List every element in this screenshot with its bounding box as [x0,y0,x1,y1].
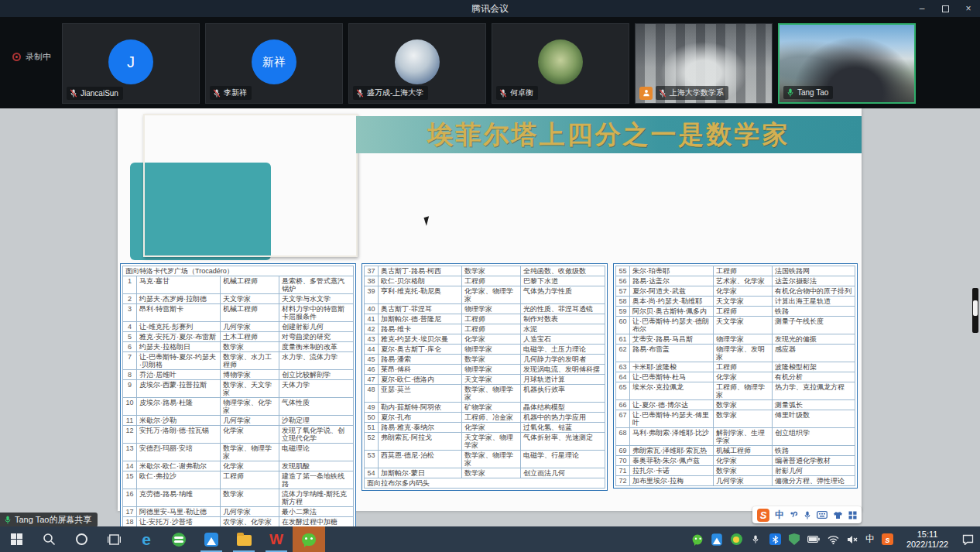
cell-name: 约瑟夫·拉格朗日 [137,342,221,352]
restore-button[interactable] [934,0,957,17]
toolbox-icon[interactable] [848,511,857,519]
task-view-button[interactable] [98,526,130,552]
cortana-icon [76,533,87,545]
cortana-button[interactable] [65,526,98,552]
cell-name: 让·巴蒂斯特·约瑟夫·傅里叶 [630,410,714,428]
participant-tile[interactable]: 新祥李新祥 [205,23,343,104]
participant-name: JiancaiSun [81,89,118,98]
tray-coin-icon[interactable] [730,533,742,546]
cell-contrib: 铁路 [773,307,855,317]
cell-prof: 化学家 [462,423,521,433]
search-button[interactable] [33,526,65,552]
voice-input-icon[interactable] [804,510,811,520]
keyboard-icon[interactable] [817,511,828,519]
skin-icon[interactable] [833,511,843,519]
taskbar-edge[interactable]: e [130,526,163,552]
start-button[interactable] [0,526,33,552]
taskbar-file-explorer[interactable] [228,526,260,552]
window-titlebar: 腾讯会议 – × [0,0,980,17]
minimize-button[interactable]: – [910,0,934,17]
participant-name: Tang Tao [797,88,828,97]
cell-contrib: 沙勒定理 [279,416,354,426]
mic-active-icon [786,87,794,98]
shared-screen: 埃菲尔塔上四分之一是数学家 面向特洛卡代罗广场（Trocadéro）1马克·塞甘… [0,108,980,526]
system-tray: 中 s 15:11 2022/11/22 [691,526,980,552]
wifi-icon[interactable] [827,533,839,546]
participant-tile[interactable]: 盛万成-上海大学 [348,23,486,104]
chinese-mode-icon[interactable]: 中 [775,509,784,522]
cell-contrib: 机器执行效率 [521,385,605,403]
cell-num: 49 [365,403,379,413]
taskbar-clock[interactable]: 15:11 2022/11/22 [900,530,954,550]
cell-num: 66 [616,400,630,410]
cell-prof: 数学家 [714,466,773,476]
cell-prof: 数学家 [714,410,773,428]
cell-contrib: 创立组织学 [773,428,855,446]
punctuation-icon[interactable] [790,511,798,519]
cell-name: 夏尔-阿道夫·武兹 [630,286,714,297]
table-footer-caption: 面向拉布尔多内码头 [365,478,605,489]
cell-num: 39 [365,286,379,304]
tile-footer: 何卓衡 [496,86,538,100]
table-row: 62路易·布雷盖物理学家、发明家感应器 [616,345,855,362]
cell-contrib: 射影几何 [773,466,855,476]
close-button[interactable]: × [957,0,980,17]
participant-tile[interactable]: Tang Tao [778,23,916,104]
table-row: 18让-安托万·沙普塔农学家、化学家在发酵过程中加糖 [123,517,354,527]
participant-tile[interactable]: JJiancaiSun [62,23,200,104]
bluetooth-icon[interactable] [769,533,781,546]
cell-prof: 几何学家 [714,476,773,486]
table-row: 51路易·雅克·泰纳尔化学家过氧化氢、钴蓝 [365,423,605,433]
taskbar-wechat[interactable] [293,526,325,552]
cell-num: 67 [616,410,630,428]
file-explorer-icon [237,535,252,546]
participant-tile[interactable]: 上海大学数学系 [635,23,773,104]
clock-time: 15:11 [917,530,938,539]
tray-sogou-icon[interactable]: s [882,533,893,545]
cell-name: 奥古斯丁·菲涅耳 [379,304,462,314]
scrollbar-thumb[interactable] [973,300,978,316]
table-row: 48亚瑟·莫兰数学家、物理学家机器执行效率 [365,385,605,403]
mouse-cursor [423,216,431,226]
cell-contrib: 水泥 [521,324,605,334]
cell-prof: 工程师 [714,266,773,276]
cell-num: 5 [123,332,137,342]
cell-contrib: 建造了第一条地铁线路 [279,471,354,489]
cell-name: 阿德里安-马里·勒让德 [137,507,221,517]
participant-name: 上海大学数学系 [670,87,724,98]
cell-contrib: 气体热力学性质 [521,286,605,304]
participant-tile[interactable]: 何卓衡 [492,23,629,104]
taskbar-green-browser[interactable] [163,526,195,552]
cell-name: 泰奥菲勒-朱尔·佩卢兹 [630,456,714,466]
taskbar-wps[interactable]: W [260,526,293,552]
cell-num: 72 [616,476,630,486]
notification-center-icon[interactable] [961,533,974,546]
table-row: 56路易·达盖尔艺术家、化学家达盖尔摄影法 [616,276,855,286]
clock-date: 2022/11/22 [906,540,948,549]
cell-name: 阿尔贝·奥古斯特·佩多内 [630,307,714,317]
defender-icon[interactable] [788,533,800,546]
cell-num: 8 [123,370,137,380]
mic-muted-icon [213,88,221,98]
table-row: 40奥古斯丁·菲涅耳物理学家光的性质、菲涅耳透镜 [365,304,605,314]
table-row: 65埃米尔·克拉佩龙工程师、物理学家热力学、克拉佩龙方程 [616,382,855,400]
sogou-logo-icon[interactable]: S [757,509,769,522]
tray-wechat-icon[interactable] [691,533,704,546]
cell-num: 51 [365,423,379,433]
table-row: 2约瑟夫·杰罗姆·拉朗德天文学家天文学与水文学 [123,294,354,304]
battery-icon[interactable] [807,533,820,546]
cell-name: 马利·弗朗索·泽维耶·比沙 [630,428,714,446]
tray-meeting-icon[interactable] [711,533,723,546]
cell-contrib: 傅里叶级数 [773,410,855,428]
cell-contrib: 有机分析 [773,372,855,382]
cell-name: 加斯帕尔·德·普隆尼 [379,314,462,324]
cell-num: 37 [365,266,379,276]
input-language-indicator[interactable]: 中 [865,533,875,546]
cell-contrib: 计算出海王星轨道 [773,297,855,307]
taskbar-tencent-meeting[interactable] [195,526,228,552]
cell-prof: 工程师 [462,314,521,324]
tray-microphone-icon[interactable] [749,533,762,546]
tencent-meeting-icon [204,533,218,547]
scrollbar[interactable] [972,288,978,333]
volume-muted-icon[interactable] [846,533,858,546]
